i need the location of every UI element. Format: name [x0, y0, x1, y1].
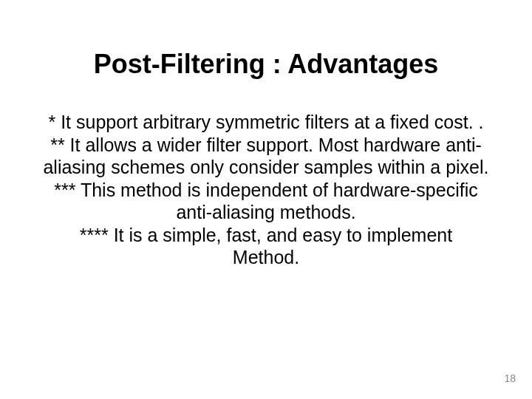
slide: Post-Filtering : Advantages * It support…	[0, 0, 532, 399]
body-line: anti-aliasing methods.	[30, 201, 502, 224]
slide-body: * It support arbitrary symmetric filters…	[30, 111, 502, 269]
body-line: *** This method is independent of hardwa…	[30, 179, 502, 202]
body-line: Method.	[30, 246, 502, 269]
slide-title: Post-Filtering : Advantages	[0, 49, 532, 80]
page-number: 18	[504, 372, 516, 384]
body-line: * It support arbitrary symmetric filters…	[30, 111, 502, 134]
body-line: ** It allows a wider filter support. Mos…	[30, 134, 502, 157]
body-line: **** It is a simple, fast, and easy to i…	[30, 224, 502, 247]
body-line: aliasing schemes only consider samples w…	[30, 156, 502, 179]
